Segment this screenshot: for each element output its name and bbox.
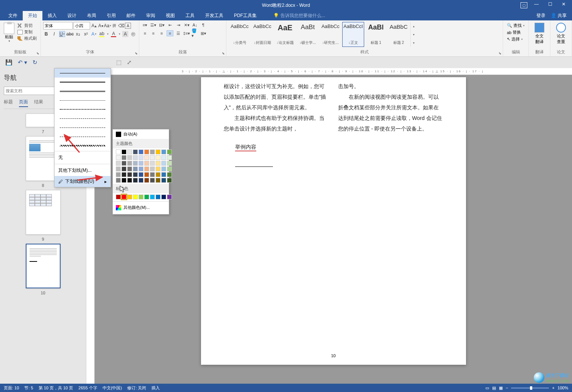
color-swatch[interactable]	[161, 172, 166, 177]
thumbnail-10[interactable]	[26, 244, 61, 288]
zoom-in-button[interactable]: +	[552, 386, 554, 390]
color-swatch[interactable]	[122, 161, 126, 166]
color-swatch[interactable]	[144, 194, 149, 199]
tab-mailings[interactable]: 邮件	[121, 11, 141, 20]
tab-tools[interactable]: 工具	[180, 11, 200, 20]
color-swatch[interactable]	[161, 155, 166, 160]
color-swatch[interactable]	[116, 166, 121, 171]
color-auto[interactable]: 自动(A)	[113, 129, 169, 139]
translate-button[interactable]: 全文 翻译	[531, 22, 548, 45]
color-swatch[interactable]	[156, 155, 161, 160]
tab-layout[interactable]: 布局	[82, 11, 101, 20]
color-swatch[interactable]	[150, 149, 155, 154]
color-swatch[interactable]	[127, 155, 132, 160]
color-swatch[interactable]	[127, 161, 132, 166]
highlight-button[interactable]: ab	[99, 31, 105, 37]
borders-button[interactable]: ⊞▾	[200, 30, 207, 36]
color-swatch[interactable]	[122, 166, 126, 171]
share-button[interactable]: 👤 共享	[551, 12, 567, 19]
color-swatch[interactable]	[167, 155, 172, 160]
tab-developer[interactable]: 开发工具	[200, 11, 229, 20]
color-swatch[interactable]	[156, 194, 161, 199]
style-category[interactable]: AaBbCc↓分类号	[229, 22, 251, 47]
color-swatch[interactable]	[122, 194, 126, 199]
asian-layout-button[interactable]: ✕▾	[183, 22, 190, 28]
color-swatch[interactable]	[139, 155, 143, 160]
status-page-of[interactable]: 第 10 页，共 10 页	[39, 385, 73, 391]
redo-button[interactable]: ↻	[33, 59, 37, 66]
page-10[interactable]: 框设计，这些设计可互为补充。例如，您可以添加匹配的封面、页眉和提要栏。单击"插入…	[201, 77, 466, 365]
color-swatch[interactable]	[161, 149, 166, 154]
font-name-select[interactable]	[43, 22, 73, 30]
status-page[interactable]: 页面: 10	[4, 385, 19, 391]
color-swatch[interactable]	[144, 172, 149, 177]
change-case-button[interactable]: Aa▾	[104, 23, 111, 29]
underline-style-dashdot[interactable]	[55, 123, 111, 132]
status-language[interactable]: 中文(中国)	[103, 385, 122, 391]
text-effects-button[interactable]: A▾	[91, 31, 97, 37]
color-swatch[interactable]	[150, 172, 155, 177]
color-swatch[interactable]	[156, 161, 161, 166]
color-swatch[interactable]	[127, 149, 132, 154]
copy-button[interactable]: 复制	[17, 29, 37, 35]
color-swatch[interactable]	[161, 166, 166, 171]
character-shading-button[interactable]: A	[122, 31, 128, 37]
status-insert-mode[interactable]: 插入	[151, 385, 160, 391]
color-swatch[interactable]	[167, 166, 172, 171]
superscript-button[interactable]: x²	[83, 31, 89, 37]
color-swatch[interactable]	[122, 149, 126, 154]
color-swatch[interactable]	[133, 155, 138, 160]
select-button[interactable]: ↖选择▾	[507, 36, 525, 42]
status-section[interactable]: 节: 5	[24, 385, 33, 391]
zoom-level[interactable]: 100%	[558, 386, 568, 390]
color-swatch[interactable]	[150, 161, 155, 166]
color-swatch[interactable]	[150, 194, 155, 199]
color-swatch[interactable]	[167, 178, 172, 183]
decrease-indent-button[interactable]: ⇤	[167, 22, 173, 28]
subscript-button[interactable]: x₂	[75, 31, 81, 37]
color-swatch[interactable]	[156, 172, 161, 177]
color-swatch[interactable]	[144, 155, 149, 160]
line-spacing-button[interactable]: ‡≡▾	[183, 30, 190, 36]
maximize-button[interactable]: ☐	[546, 2, 555, 9]
color-swatch[interactable]	[156, 166, 161, 171]
style-thesis-title[interactable]: AaE↓论文标题	[274, 22, 296, 47]
font-size-select[interactable]	[73, 22, 90, 30]
align-center-button[interactable]: ≡	[150, 30, 157, 36]
horizontal-ruler[interactable]: 3 · | · 2 · | · 1 · | · △ · | · 1 · | · …	[106, 68, 572, 75]
cut-button[interactable]: 剪切	[17, 23, 37, 28]
color-swatch[interactable]	[116, 155, 121, 160]
underline-style-dash[interactable]	[55, 114, 111, 123]
style-graduate[interactable]: AaBbCc↓研究生...	[320, 22, 341, 47]
tell-me-search[interactable]: 💡 告诉我您想要做什么...	[273, 12, 325, 19]
color-swatch[interactable]	[156, 178, 161, 183]
paste-button[interactable]: 粘贴 ▼	[2, 22, 16, 49]
color-swatch[interactable]	[139, 149, 143, 154]
document-scroll[interactable]: 框设计，这些设计可互为补充。例如，您可以添加匹配的封面、页眉和提要栏。单击"插入…	[95, 75, 572, 384]
color-swatch[interactable]	[116, 172, 121, 177]
styles-scroll[interactable]: ▴▾▾	[410, 22, 416, 47]
align-right-button[interactable]: ≡	[158, 30, 165, 36]
replace-button[interactable]: ab替换	[507, 30, 525, 35]
phonetic-guide-button[interactable]: 拼	[111, 23, 117, 29]
color-swatch[interactable]	[139, 178, 143, 183]
color-swatch[interactable]	[144, 149, 149, 154]
underline-style-thick[interactable]	[55, 78, 111, 87]
ribbon-display-options-icon[interactable]: ▢	[521, 2, 527, 8]
color-swatch[interactable]	[139, 166, 143, 171]
view-read-mode-button[interactable]: ▭	[485, 386, 489, 390]
save-button[interactable]: 💾	[5, 59, 12, 66]
tab-view[interactable]: 视图	[161, 11, 180, 20]
multilevel-list-button[interactable]: ⊟▾	[158, 22, 165, 28]
bullets-button[interactable]: ≡▾	[142, 22, 148, 28]
color-swatch[interactable]	[161, 161, 166, 166]
color-swatch[interactable]	[144, 161, 149, 166]
zoom-out-button[interactable]: −	[506, 386, 508, 390]
tab-home[interactable]: 开始	[23, 11, 42, 20]
paragraph-dialog-launcher[interactable]: ⬊	[222, 51, 225, 55]
paper-check-button[interactable]: 论文 查重	[553, 22, 569, 45]
enclose-characters-button[interactable]: ㊕	[130, 31, 136, 37]
color-swatch[interactable]	[139, 161, 143, 166]
color-swatch[interactable]	[127, 194, 132, 199]
view-web-layout-button[interactable]: ▦	[499, 386, 503, 390]
